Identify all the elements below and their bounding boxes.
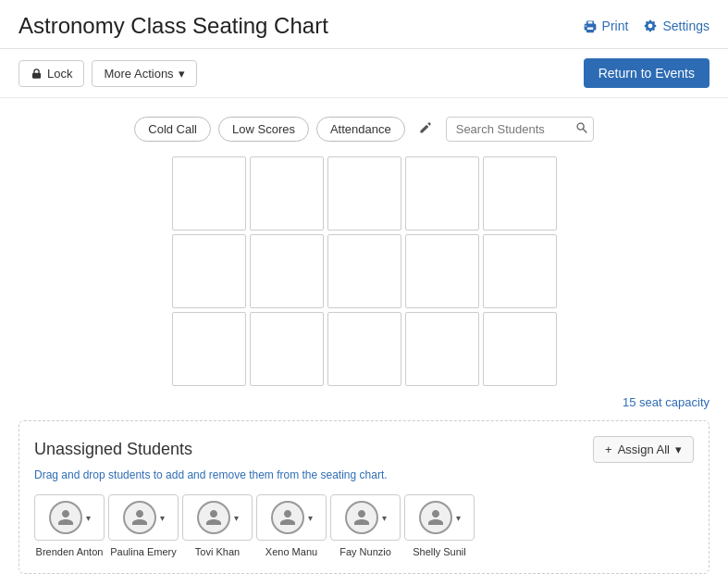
- student-card: ▾Fay Nunzio: [330, 494, 401, 558]
- settings-label: Settings: [662, 19, 709, 33]
- seat-cell[interactable]: [172, 156, 246, 231]
- student-avatar-row[interactable]: ▾: [182, 494, 253, 541]
- seat-cell[interactable]: [405, 234, 479, 308]
- edit-filters-button[interactable]: [413, 118, 438, 141]
- toolbar-left: Lock More Actions ▾: [19, 60, 197, 87]
- avatar: [345, 501, 378, 534]
- seat-cell[interactable]: [327, 312, 401, 386]
- seat-cell[interactable]: [483, 312, 557, 386]
- low-scores-filter[interactable]: Low Scores: [218, 117, 309, 142]
- more-actions-chevron-icon: ▾: [179, 67, 185, 81]
- student-dropdown-caret[interactable]: ▾: [234, 513, 239, 523]
- search-icon: [575, 121, 588, 134]
- settings-button[interactable]: Settings: [643, 19, 709, 33]
- drag-drop-hint: Drag and drop students to add and remove…: [34, 468, 694, 481]
- student-dropdown-caret[interactable]: ▾: [160, 513, 165, 523]
- student-dropdown-caret[interactable]: ▾: [308, 513, 313, 523]
- seat-cell[interactable]: [250, 312, 324, 386]
- seat-cell[interactable]: [327, 234, 401, 308]
- seat-cell[interactable]: [327, 156, 401, 231]
- person-icon: [204, 508, 223, 527]
- header: Astronomy Class Seating Chart Print Sett…: [0, 0, 728, 98]
- return-label: Return to Events: [598, 66, 695, 81]
- student-avatar-row[interactable]: ▾: [34, 494, 105, 541]
- print-icon: [583, 19, 598, 33]
- toolbar: Lock More Actions ▾ Return to Events: [0, 49, 728, 98]
- unassigned-section: Unassigned Students + Assign All ▾ Drag …: [19, 420, 709, 574]
- attendance-filter[interactable]: Attendance: [316, 117, 405, 142]
- return-to-events-button[interactable]: Return to Events: [584, 58, 709, 88]
- avatar: [197, 501, 230, 534]
- seat-cell[interactable]: [483, 156, 557, 231]
- student-name: Brenden Anton: [36, 545, 104, 558]
- student-name: Tovi Khan: [195, 545, 240, 558]
- seat-cell[interactable]: [250, 234, 324, 308]
- student-card: ▾Shelly Sunil: [404, 494, 475, 558]
- more-actions-button[interactable]: More Actions ▾: [92, 60, 196, 87]
- person-icon: [426, 508, 445, 527]
- student-dropdown-caret[interactable]: ▾: [456, 513, 461, 523]
- seat-cell[interactable]: [483, 234, 557, 308]
- header-actions: Print Settings: [583, 19, 709, 33]
- seating-area: Cold Call Low Scores Attendance: [19, 117, 709, 420]
- filter-bar: Cold Call Low Scores Attendance: [134, 117, 593, 142]
- main-content: Cold Call Low Scores Attendance: [0, 98, 728, 586]
- seating-grid: [172, 156, 557, 386]
- seat-cell[interactable]: [405, 156, 479, 231]
- avatar: [49, 501, 82, 534]
- student-avatar-row[interactable]: ▾: [330, 494, 401, 541]
- student-dropdown-caret[interactable]: ▾: [86, 513, 91, 523]
- student-avatar-row[interactable]: ▾: [108, 494, 179, 541]
- page-title: Astronomy Class Seating Chart: [19, 13, 328, 39]
- student-card: ▾Xeno Manu: [256, 494, 327, 558]
- lock-button[interactable]: Lock: [19, 60, 84, 87]
- seat-cell[interactable]: [405, 312, 479, 386]
- search-container: [446, 117, 594, 142]
- unassigned-header: Unassigned Students + Assign All ▾: [34, 436, 694, 463]
- student-dropdown-caret[interactable]: ▾: [382, 513, 387, 523]
- cold-call-filter[interactable]: Cold Call: [134, 117, 211, 142]
- assign-all-chevron-icon: ▾: [675, 443, 682, 456]
- lock-label: Lock: [47, 67, 72, 81]
- seat-cell[interactable]: [172, 312, 246, 386]
- more-actions-label: More Actions: [104, 67, 173, 81]
- print-button[interactable]: Print: [583, 19, 629, 33]
- students-row: ▾Brenden Anton▾Paulina Emery▾Tovi Khan▾X…: [34, 494, 694, 558]
- assign-all-label: Assign All: [618, 443, 670, 456]
- avatar: [123, 501, 156, 534]
- student-card: ▾Brenden Anton: [34, 494, 105, 558]
- unassigned-title: Unassigned Students: [34, 440, 192, 459]
- assign-all-plus-icon: +: [605, 443, 612, 456]
- search-button[interactable]: [575, 121, 588, 137]
- student-name: Xeno Manu: [265, 545, 317, 558]
- person-icon: [352, 508, 371, 527]
- student-card: ▾Tovi Khan: [182, 494, 253, 558]
- pencil-icon: [418, 120, 433, 135]
- avatar: [419, 501, 452, 534]
- search-students-input[interactable]: [446, 117, 594, 142]
- student-avatar-row[interactable]: ▾: [404, 494, 475, 541]
- capacity-label: 15 seat capacity: [321, 395, 709, 409]
- person-icon: [56, 508, 75, 527]
- print-label: Print: [602, 19, 629, 33]
- lock-icon: [31, 68, 43, 80]
- person-icon: [130, 508, 149, 527]
- gear-icon: [643, 19, 658, 33]
- student-card: ▾Paulina Emery: [108, 494, 179, 558]
- student-name: Paulina Emery: [110, 545, 177, 558]
- student-avatar-row[interactable]: ▾: [256, 494, 327, 541]
- avatar: [271, 501, 304, 534]
- assign-all-button[interactable]: + Assign All ▾: [593, 436, 694, 463]
- seat-cell[interactable]: [172, 234, 246, 308]
- person-icon: [278, 508, 297, 527]
- seat-cell[interactable]: [250, 156, 324, 231]
- student-name: Fay Nunzio: [339, 545, 391, 558]
- student-name: Shelly Sunil: [413, 545, 465, 558]
